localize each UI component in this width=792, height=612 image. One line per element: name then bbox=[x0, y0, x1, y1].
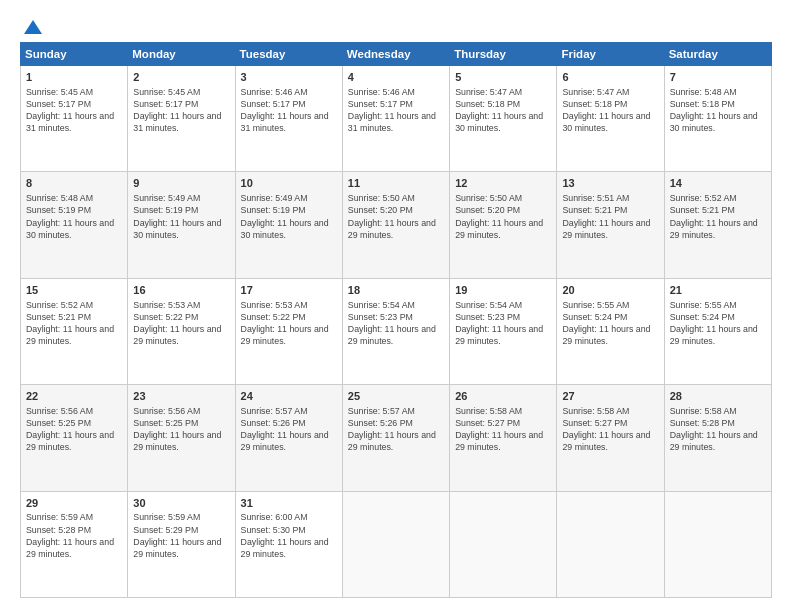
calendar-week-row: 15 Sunrise: 5:52 AMSunset: 5:21 PMDaylig… bbox=[21, 278, 772, 384]
day-number: 6 bbox=[562, 70, 658, 85]
day-info: Sunrise: 5:55 AMSunset: 5:24 PMDaylight:… bbox=[670, 300, 758, 346]
day-number: 10 bbox=[241, 176, 337, 191]
calendar-day-cell: 30 Sunrise: 5:59 AMSunset: 5:29 PMDaylig… bbox=[128, 491, 235, 597]
calendar-table: SundayMondayTuesdayWednesdayThursdayFrid… bbox=[20, 42, 772, 598]
day-info: Sunrise: 5:53 AMSunset: 5:22 PMDaylight:… bbox=[133, 300, 221, 346]
weekday-header-cell: Thursday bbox=[450, 43, 557, 66]
weekday-header-cell: Wednesday bbox=[342, 43, 449, 66]
calendar-day-cell: 15 Sunrise: 5:52 AMSunset: 5:21 PMDaylig… bbox=[21, 278, 128, 384]
day-info: Sunrise: 5:55 AMSunset: 5:24 PMDaylight:… bbox=[562, 300, 650, 346]
calendar-day-cell: 13 Sunrise: 5:51 AMSunset: 5:21 PMDaylig… bbox=[557, 172, 664, 278]
day-info: Sunrise: 5:48 AMSunset: 5:19 PMDaylight:… bbox=[26, 193, 114, 239]
day-number: 2 bbox=[133, 70, 229, 85]
calendar-day-cell: 11 Sunrise: 5:50 AMSunset: 5:20 PMDaylig… bbox=[342, 172, 449, 278]
day-number: 30 bbox=[133, 496, 229, 511]
day-number: 29 bbox=[26, 496, 122, 511]
weekday-header-row: SundayMondayTuesdayWednesdayThursdayFrid… bbox=[21, 43, 772, 66]
logo bbox=[20, 18, 44, 34]
calendar-day-cell: 2 Sunrise: 5:45 AMSunset: 5:17 PMDayligh… bbox=[128, 66, 235, 172]
day-info: Sunrise: 5:58 AMSunset: 5:28 PMDaylight:… bbox=[670, 406, 758, 452]
calendar-day-cell bbox=[342, 491, 449, 597]
day-info: Sunrise: 5:59 AMSunset: 5:29 PMDaylight:… bbox=[133, 512, 221, 558]
calendar-day-cell: 20 Sunrise: 5:55 AMSunset: 5:24 PMDaylig… bbox=[557, 278, 664, 384]
day-number: 22 bbox=[26, 389, 122, 404]
day-number: 17 bbox=[241, 283, 337, 298]
day-number: 3 bbox=[241, 70, 337, 85]
day-info: Sunrise: 5:47 AMSunset: 5:18 PMDaylight:… bbox=[455, 87, 543, 133]
day-info: Sunrise: 5:45 AMSunset: 5:17 PMDaylight:… bbox=[133, 87, 221, 133]
day-number: 20 bbox=[562, 283, 658, 298]
calendar-day-cell: 16 Sunrise: 5:53 AMSunset: 5:22 PMDaylig… bbox=[128, 278, 235, 384]
calendar-day-cell: 25 Sunrise: 5:57 AMSunset: 5:26 PMDaylig… bbox=[342, 385, 449, 491]
day-number: 11 bbox=[348, 176, 444, 191]
calendar-day-cell: 22 Sunrise: 5:56 AMSunset: 5:25 PMDaylig… bbox=[21, 385, 128, 491]
day-number: 15 bbox=[26, 283, 122, 298]
calendar-week-row: 29 Sunrise: 5:59 AMSunset: 5:28 PMDaylig… bbox=[21, 491, 772, 597]
day-number: 13 bbox=[562, 176, 658, 191]
day-info: Sunrise: 5:51 AMSunset: 5:21 PMDaylight:… bbox=[562, 193, 650, 239]
calendar-day-cell: 29 Sunrise: 5:59 AMSunset: 5:28 PMDaylig… bbox=[21, 491, 128, 597]
calendar-day-cell: 3 Sunrise: 5:46 AMSunset: 5:17 PMDayligh… bbox=[235, 66, 342, 172]
day-info: Sunrise: 5:56 AMSunset: 5:25 PMDaylight:… bbox=[26, 406, 114, 452]
day-info: Sunrise: 5:45 AMSunset: 5:17 PMDaylight:… bbox=[26, 87, 114, 133]
calendar-week-row: 22 Sunrise: 5:56 AMSunset: 5:25 PMDaylig… bbox=[21, 385, 772, 491]
day-info: Sunrise: 5:49 AMSunset: 5:19 PMDaylight:… bbox=[133, 193, 221, 239]
day-number: 23 bbox=[133, 389, 229, 404]
day-number: 26 bbox=[455, 389, 551, 404]
day-number: 4 bbox=[348, 70, 444, 85]
day-number: 5 bbox=[455, 70, 551, 85]
weekday-header-cell: Friday bbox=[557, 43, 664, 66]
calendar-day-cell: 26 Sunrise: 5:58 AMSunset: 5:27 PMDaylig… bbox=[450, 385, 557, 491]
calendar-body: 1 Sunrise: 5:45 AMSunset: 5:17 PMDayligh… bbox=[21, 66, 772, 598]
day-info: Sunrise: 5:57 AMSunset: 5:26 PMDaylight:… bbox=[348, 406, 436, 452]
page: SundayMondayTuesdayWednesdayThursdayFrid… bbox=[0, 0, 792, 612]
calendar-day-cell: 6 Sunrise: 5:47 AMSunset: 5:18 PMDayligh… bbox=[557, 66, 664, 172]
calendar-day-cell: 24 Sunrise: 5:57 AMSunset: 5:26 PMDaylig… bbox=[235, 385, 342, 491]
day-info: Sunrise: 5:53 AMSunset: 5:22 PMDaylight:… bbox=[241, 300, 329, 346]
calendar-day-cell: 31 Sunrise: 6:00 AMSunset: 5:30 PMDaylig… bbox=[235, 491, 342, 597]
calendar-day-cell: 9 Sunrise: 5:49 AMSunset: 5:19 PMDayligh… bbox=[128, 172, 235, 278]
day-info: Sunrise: 5:52 AMSunset: 5:21 PMDaylight:… bbox=[26, 300, 114, 346]
day-number: 24 bbox=[241, 389, 337, 404]
header bbox=[20, 18, 772, 34]
calendar-week-row: 8 Sunrise: 5:48 AMSunset: 5:19 PMDayligh… bbox=[21, 172, 772, 278]
day-number: 8 bbox=[26, 176, 122, 191]
logo-icon bbox=[22, 18, 44, 36]
calendar-day-cell: 17 Sunrise: 5:53 AMSunset: 5:22 PMDaylig… bbox=[235, 278, 342, 384]
day-info: Sunrise: 5:50 AMSunset: 5:20 PMDaylight:… bbox=[348, 193, 436, 239]
calendar-day-cell: 28 Sunrise: 5:58 AMSunset: 5:28 PMDaylig… bbox=[664, 385, 771, 491]
weekday-header-cell: Tuesday bbox=[235, 43, 342, 66]
day-info: Sunrise: 5:54 AMSunset: 5:23 PMDaylight:… bbox=[455, 300, 543, 346]
logo-text bbox=[20, 18, 44, 36]
day-info: Sunrise: 6:00 AMSunset: 5:30 PMDaylight:… bbox=[241, 512, 329, 558]
day-number: 25 bbox=[348, 389, 444, 404]
calendar-day-cell: 4 Sunrise: 5:46 AMSunset: 5:17 PMDayligh… bbox=[342, 66, 449, 172]
day-number: 31 bbox=[241, 496, 337, 511]
weekday-header-cell: Saturday bbox=[664, 43, 771, 66]
calendar-day-cell: 21 Sunrise: 5:55 AMSunset: 5:24 PMDaylig… bbox=[664, 278, 771, 384]
calendar-day-cell: 8 Sunrise: 5:48 AMSunset: 5:19 PMDayligh… bbox=[21, 172, 128, 278]
svg-marker-0 bbox=[24, 20, 42, 34]
day-info: Sunrise: 5:58 AMSunset: 5:27 PMDaylight:… bbox=[562, 406, 650, 452]
day-number: 18 bbox=[348, 283, 444, 298]
day-number: 1 bbox=[26, 70, 122, 85]
day-number: 14 bbox=[670, 176, 766, 191]
calendar-day-cell: 14 Sunrise: 5:52 AMSunset: 5:21 PMDaylig… bbox=[664, 172, 771, 278]
day-info: Sunrise: 5:46 AMSunset: 5:17 PMDaylight:… bbox=[241, 87, 329, 133]
day-number: 16 bbox=[133, 283, 229, 298]
day-info: Sunrise: 5:59 AMSunset: 5:28 PMDaylight:… bbox=[26, 512, 114, 558]
day-info: Sunrise: 5:56 AMSunset: 5:25 PMDaylight:… bbox=[133, 406, 221, 452]
day-number: 7 bbox=[670, 70, 766, 85]
day-info: Sunrise: 5:52 AMSunset: 5:21 PMDaylight:… bbox=[670, 193, 758, 239]
day-number: 28 bbox=[670, 389, 766, 404]
day-info: Sunrise: 5:46 AMSunset: 5:17 PMDaylight:… bbox=[348, 87, 436, 133]
weekday-header-cell: Sunday bbox=[21, 43, 128, 66]
day-info: Sunrise: 5:47 AMSunset: 5:18 PMDaylight:… bbox=[562, 87, 650, 133]
day-number: 21 bbox=[670, 283, 766, 298]
calendar-day-cell: 10 Sunrise: 5:49 AMSunset: 5:19 PMDaylig… bbox=[235, 172, 342, 278]
day-info: Sunrise: 5:48 AMSunset: 5:18 PMDaylight:… bbox=[670, 87, 758, 133]
calendar-day-cell: 23 Sunrise: 5:56 AMSunset: 5:25 PMDaylig… bbox=[128, 385, 235, 491]
day-info: Sunrise: 5:58 AMSunset: 5:27 PMDaylight:… bbox=[455, 406, 543, 452]
day-info: Sunrise: 5:49 AMSunset: 5:19 PMDaylight:… bbox=[241, 193, 329, 239]
day-number: 27 bbox=[562, 389, 658, 404]
